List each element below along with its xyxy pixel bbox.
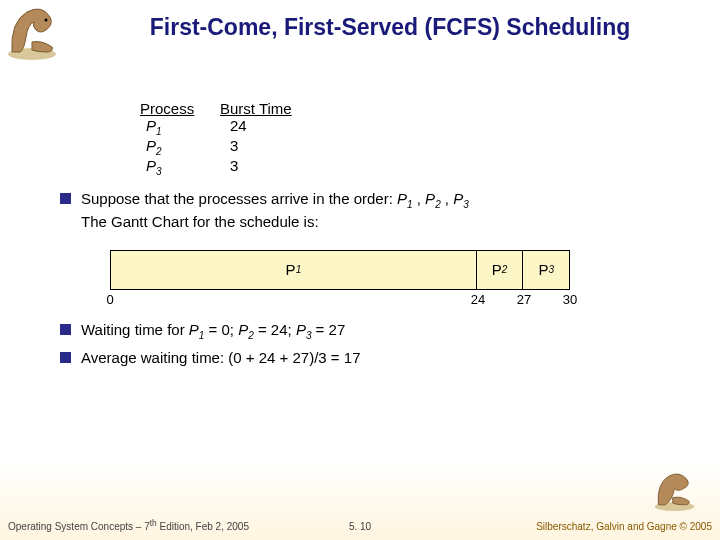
text: The Gantt Chart for the schedule is:	[81, 213, 319, 230]
text: Average waiting time: (0 + 24 + 27)/3 = …	[81, 348, 680, 368]
gantt-seg-p1: P1	[111, 251, 477, 289]
table-row: P3 3	[140, 157, 680, 177]
p-label: P	[286, 261, 296, 278]
p-label: P	[397, 190, 407, 207]
slide-title: First-Come, First-Served (FCFS) Scheduli…	[80, 14, 700, 41]
col-process: Process	[140, 100, 220, 117]
dinosaur-logo-bottom	[647, 467, 702, 512]
p-label: P	[146, 117, 156, 134]
p-sub: 3	[156, 166, 162, 177]
footer-page: 5. 10	[349, 521, 371, 532]
bullet-waiting: Waiting time for P1 = 0; P2 = 24; P3 = 2…	[60, 320, 680, 343]
p-sub: 2	[156, 146, 162, 157]
burst-val: 24	[220, 117, 340, 137]
bullet-icon	[60, 324, 71, 335]
table-row: P2 3	[140, 137, 680, 157]
burst-val: 3	[220, 137, 340, 157]
tick-24: 24	[471, 292, 485, 307]
p-label: P	[492, 261, 502, 278]
bullet-suppose: Suppose that the processes arrive in the…	[60, 189, 680, 232]
p-label: P	[146, 157, 156, 174]
p-label: P	[453, 190, 463, 207]
p-sub: 3	[463, 199, 469, 210]
tick-27: 27	[517, 292, 531, 307]
svg-point-1	[45, 19, 48, 22]
footer-right: Silberschatz, Galvin and Gagne © 2005	[536, 521, 712, 532]
bullet-average: Average waiting time: (0 + 24 + 27)/3 = …	[60, 348, 680, 368]
p-sub: 1	[296, 264, 302, 275]
p-sub: 2	[502, 264, 508, 275]
footer-left: Operating System Concepts – 7th Edition,…	[8, 518, 249, 532]
tick-30: 30	[563, 292, 577, 307]
slide-content: Process Burst Time P1 24 P2 3 P3 3 Suppo…	[60, 100, 680, 375]
p-label: P	[425, 190, 435, 207]
process-table: Process Burst Time P1 24 P2 3 P3 3	[140, 100, 680, 177]
burst-val: 3	[220, 157, 340, 177]
bullet-icon	[60, 352, 71, 363]
gantt-seg-p2: P2	[477, 251, 524, 289]
col-burst: Burst Time	[220, 100, 340, 117]
dinosaur-logo-top	[2, 2, 62, 62]
p-label: P	[189, 321, 199, 338]
gantt-seg-p3: P3	[523, 251, 569, 289]
p-label: P	[146, 137, 156, 154]
p-label: P	[296, 321, 306, 338]
tick-0: 0	[106, 292, 113, 307]
sep: ,	[413, 190, 426, 207]
bullet-icon	[60, 193, 71, 204]
text: Suppose that the processes arrive in the…	[81, 190, 397, 207]
text: Waiting time for	[81, 321, 189, 338]
p-sub: 1	[156, 126, 162, 137]
val: = 0;	[204, 321, 238, 338]
table-row: P1 24	[140, 117, 680, 137]
gantt-chart: P1 P2 P3 0 24 27 30	[110, 250, 570, 310]
p-label: P	[238, 321, 248, 338]
p-sub: 3	[548, 264, 554, 275]
sep: ,	[441, 190, 454, 207]
p-label: P	[538, 261, 548, 278]
val: = 27	[311, 321, 345, 338]
val: = 24;	[254, 321, 296, 338]
